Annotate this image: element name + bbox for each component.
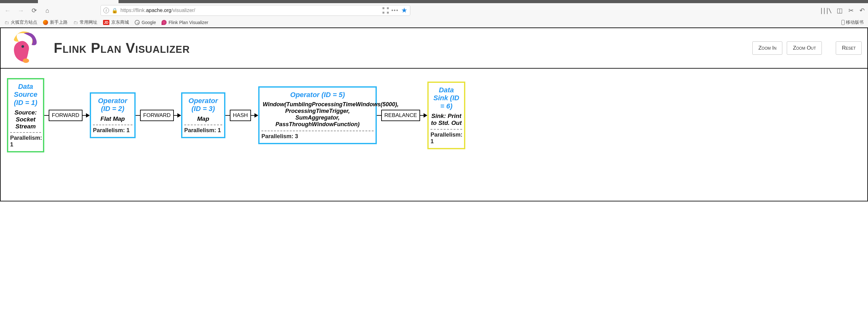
- node-operator-2[interactable]: Operator (ID = 2) Flat Map Parallelism: …: [90, 92, 135, 138]
- edge-rebalance: REBALANCE: [377, 110, 427, 121]
- reload-button[interactable]: ⟳: [30, 6, 38, 15]
- zoom-in-button[interactable]: Zoom In: [752, 41, 782, 55]
- node-operator-5[interactable]: Operator (ID = 5) Window(TumblingProcess…: [258, 86, 377, 144]
- browser-toolbar: ← → ⟳ ⌂ i 🔒 https://flink.apache.org/vis…: [0, 3, 868, 18]
- node-parallelism: Parallelism: 3: [261, 130, 374, 140]
- node-parallelism: Parallelism: 1: [10, 132, 41, 148]
- node-desc: Sink: Print to Std. Out: [431, 113, 462, 129]
- page-header: Flink Plan Visualizer Zoom In Zoom Out R…: [1, 28, 867, 68]
- lock-icon: 🔒: [112, 8, 118, 13]
- jd-icon: JD: [103, 20, 110, 25]
- flink-logo: [6, 31, 44, 65]
- sidebar-icon[interactable]: ◫: [837, 7, 843, 14]
- svg-point-0: [22, 45, 24, 48]
- folder-icon: 🗀: [73, 20, 78, 25]
- edge-forward-1: FORWARD: [44, 110, 90, 121]
- node-title: Data Source (ID = 1): [10, 83, 41, 107]
- edge-forward-2: FORWARD: [135, 110, 181, 121]
- firefox-icon: [43, 20, 48, 25]
- node-operator-3[interactable]: Operator (ID = 3) Map Parallelism: 1: [181, 92, 225, 138]
- edge-label: HASH: [230, 110, 251, 121]
- google-icon: [135, 20, 140, 25]
- flink-icon: [161, 20, 166, 25]
- plan-canvas[interactable]: Data Source (ID = 1) Source: Socket Stre…: [1, 68, 867, 201]
- bookmark-google[interactable]: Google: [135, 20, 156, 25]
- mobile-bookmarks[interactable]: 移动版书: [841, 20, 864, 25]
- node-data-source-1[interactable]: Data Source (ID = 1) Source: Socket Stre…: [7, 78, 44, 152]
- forward-button[interactable]: →: [17, 6, 25, 15]
- folder-icon: 🗀: [4, 20, 9, 25]
- svg-point-1: [23, 59, 29, 63]
- edge-label: FORWARD: [140, 110, 174, 121]
- node-parallelism: Parallelism: 1: [431, 129, 462, 145]
- home-button[interactable]: ⌂: [43, 6, 52, 15]
- execution-graph: Data Source (ID = 1) Source: Socket Stre…: [7, 78, 861, 152]
- url-bar[interactable]: i 🔒 https://flink.apache.org/visualizer/…: [100, 5, 410, 16]
- node-desc: Window(TumblingProcessingTimeWindows(500…: [261, 101, 374, 130]
- library-icon[interactable]: |||\: [819, 7, 831, 14]
- arrow-icon: [86, 113, 90, 118]
- arrow-icon: [424, 113, 427, 118]
- undo-close-icon[interactable]: ↶: [860, 7, 865, 14]
- bookmark-getting-started[interactable]: 新手上路: [43, 20, 68, 25]
- node-desc: Flat Map: [93, 115, 132, 125]
- bookmarks-bar: 🗀火狐官方站点 新手上路 🗀常用网址 JD京东商城 Google Flink P…: [0, 18, 868, 27]
- edge-label: FORWARD: [49, 110, 83, 121]
- site-info-icon[interactable]: i: [103, 8, 109, 13]
- url-text: https://flink.apache.org/visualizer/: [120, 8, 380, 13]
- page-title: Flink Plan Visualizer: [54, 40, 190, 56]
- bookmark-jd[interactable]: JD京东商城: [103, 20, 129, 25]
- zoom-out-button[interactable]: Zoom Out: [787, 41, 822, 55]
- screenshot-icon[interactable]: ✂: [848, 7, 854, 14]
- back-button[interactable]: ←: [3, 6, 12, 15]
- phone-icon: [841, 20, 845, 25]
- arrow-icon: [177, 113, 181, 118]
- node-desc: Source: Socket Stream: [10, 109, 41, 132]
- reset-button[interactable]: Reset: [836, 41, 862, 55]
- zoom-controls: Zoom In Zoom Out Reset: [752, 41, 862, 55]
- node-title: Operator (ID = 3): [184, 97, 222, 113]
- browser-chrome: ← → ⟳ ⌂ i 🔒 https://flink.apache.org/vis…: [0, 0, 868, 28]
- node-data-sink-6[interactable]: Data Sink (ID = 6) Sink: Print to Std. O…: [427, 82, 465, 149]
- bookmark-firefox-official[interactable]: 🗀火狐官方站点: [4, 20, 37, 25]
- page-content: Flink Plan Visualizer Zoom In Zoom Out R…: [0, 28, 868, 202]
- node-title: Operator (ID = 2): [93, 97, 132, 113]
- node-title: Operator (ID = 5): [261, 91, 374, 99]
- edge-label: REBALANCE: [381, 110, 420, 121]
- node-title: Data Sink (ID = 6): [431, 86, 462, 110]
- node-parallelism: Parallelism: 1: [93, 125, 132, 134]
- qr-icon[interactable]: [382, 7, 389, 13]
- bookmark-star-icon[interactable]: ★: [401, 6, 407, 14]
- edge-hash: HASH: [225, 110, 258, 121]
- page-actions-icon[interactable]: •••: [391, 8, 399, 13]
- node-desc: Map: [184, 115, 222, 125]
- node-parallelism: Parallelism: 1: [184, 125, 222, 134]
- bookmark-flink-visualizer[interactable]: Flink Plan Visualizer: [161, 20, 208, 25]
- toolbar-right: |||\ ◫ ✂ ↶: [819, 7, 865, 14]
- tab-strip: [0, 0, 868, 3]
- arrow-icon: [254, 113, 258, 118]
- active-tab[interactable]: [38, 0, 119, 3]
- bookmark-common-sites[interactable]: 🗀常用网址: [73, 20, 97, 25]
